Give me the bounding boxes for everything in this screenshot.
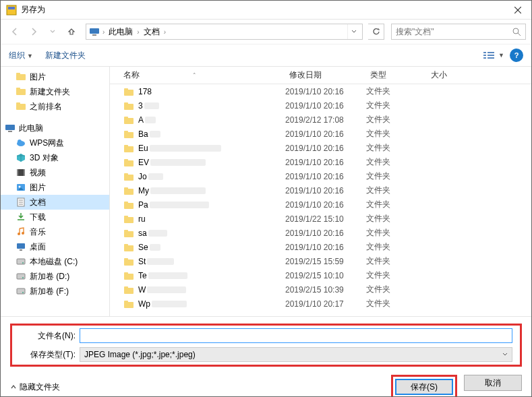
file-row[interactable]: Se 2019/1/10 20:16 文件夹: [110, 240, 531, 254]
file-row[interactable]: St 2019/2/15 15:59 文件夹: [110, 254, 531, 268]
sidebar-item[interactable]: 新加卷 (F:): [1, 284, 109, 299]
help-button[interactable]: ?: [510, 49, 523, 62]
folder-icon: [123, 228, 134, 238]
new-folder-button[interactable]: 新建文件夹: [45, 50, 86, 61]
redacted-text: [148, 173, 163, 180]
col-date-header[interactable]: 修改日期: [289, 69, 370, 81]
search-box[interactable]: [391, 24, 526, 40]
desktop-icon: [16, 241, 26, 252]
forward-button[interactable]: [25, 24, 42, 40]
filename-input[interactable]: [80, 328, 512, 343]
address-bar[interactable]: › 此电脑 › 文档 ›: [86, 24, 363, 40]
redacted-text: [150, 131, 160, 138]
sidebar-item[interactable]: 图片: [1, 69, 109, 84]
save-form: 文件名(N): 保存类型(T): JPEG Image (*.jpg;*.jpe…: [1, 316, 531, 369]
svg-rect-9: [487, 52, 494, 53]
svg-rect-21: [8, 131, 12, 132]
svg-rect-56: [124, 175, 134, 181]
col-name-header[interactable]: 名称˄: [123, 69, 289, 81]
video-icon: [16, 167, 26, 178]
sidebar-item[interactable]: 3D 对象: [1, 150, 109, 165]
svg-rect-53: [124, 145, 128, 147]
file-row[interactable]: 3 2019/1/10 20:16 文件夹: [110, 98, 531, 113]
file-row[interactable]: Te 2019/2/15 10:10 文件夹: [110, 268, 531, 282]
file-row[interactable]: Ba 2019/1/10 20:16 文件夹: [110, 127, 531, 141]
svg-rect-74: [124, 302, 134, 308]
svg-rect-63: [124, 216, 128, 218]
save-button[interactable]: 保存(S): [395, 379, 453, 395]
organize-menu[interactable]: 组织▼: [9, 50, 33, 61]
breadcrumb-current[interactable]: 文档: [142, 26, 161, 38]
file-row[interactable]: Pa 2019/1/10 20:16 文件夹: [110, 197, 531, 212]
disk-icon: [16, 256, 26, 267]
sidebar-item[interactable]: 新加卷 (D:): [1, 269, 109, 284]
file-row[interactable]: My 2019/1/10 20:16 文件夹: [110, 183, 531, 197]
file-row[interactable]: 178 2019/1/10 20:16 文件夹: [110, 84, 531, 98]
svg-point-6: [513, 28, 519, 34]
svg-rect-42: [17, 288, 25, 294]
sort-asc-icon: ˄: [193, 72, 196, 79]
sidebar-thispc[interactable]: 此电脑: [1, 121, 109, 135]
redacted-text: [147, 258, 174, 265]
svg-rect-50: [124, 132, 134, 138]
svg-rect-46: [124, 104, 134, 110]
file-row[interactable]: A 2019/2/12 17:08 文件夹: [110, 113, 531, 127]
close-button[interactable]: [504, 1, 531, 20]
folder-icon: [123, 243, 134, 252]
file-row[interactable]: W 2019/2/15 10:39 文件夹: [110, 282, 531, 297]
col-size-header[interactable]: 大小: [431, 69, 485, 81]
search-icon[interactable]: [512, 28, 521, 36]
folder-icon: [123, 285, 134, 295]
folder-icon: [123, 186, 134, 195]
svg-rect-19: [16, 102, 20, 104]
file-row[interactable]: ru 2019/1/22 15:10 文件夹: [110, 212, 531, 226]
sidebar-item[interactable]: 下载: [1, 210, 109, 224]
svg-rect-58: [124, 189, 134, 195]
back-button[interactable]: [6, 24, 24, 40]
svg-point-43: [22, 292, 24, 293]
sidebar-item[interactable]: 文档: [1, 195, 109, 210]
view-mode-button[interactable]: ▼: [483, 51, 504, 60]
chevron-up-icon: [10, 384, 17, 390]
sidebar-item[interactable]: 本地磁盘 (C:): [1, 254, 109, 269]
pc-icon: [5, 123, 16, 133]
address-dropdown[interactable]: [347, 24, 359, 39]
sidebar-item[interactable]: 视频: [1, 165, 109, 180]
folder-icon: [16, 101, 26, 112]
sidebar-item[interactable]: WPS网盘: [1, 135, 109, 150]
folder-icon: [123, 158, 134, 167]
svg-rect-72: [124, 288, 134, 294]
file-row[interactable]: Wp 2019/1/10 20:17 文件夹: [110, 297, 531, 311]
svg-rect-5: [92, 34, 96, 36]
sidebar-item[interactable]: 之前排名: [1, 99, 109, 114]
svg-rect-52: [124, 146, 134, 152]
chevron-down-icon: [502, 352, 508, 357]
file-row[interactable]: EV 2019/1/10 20:16 文件夹: [110, 155, 531, 169]
pc-icon: [89, 27, 100, 36]
filetype-select[interactable]: JPEG Image (*.jpg;*.jpe;*.jpeg): [80, 347, 512, 362]
svg-rect-60: [124, 203, 134, 209]
file-row[interactable]: sa 2019/1/10 20:16 文件夹: [110, 226, 531, 240]
svg-rect-70: [124, 274, 134, 280]
refresh-button[interactable]: [368, 24, 384, 40]
svg-rect-75: [124, 301, 128, 303]
svg-rect-69: [124, 258, 128, 260]
recent-dropdown[interactable]: [44, 24, 61, 40]
col-type-header[interactable]: 类型: [370, 69, 431, 81]
sidebar-item[interactable]: 图片: [1, 180, 109, 195]
hide-folders-toggle[interactable]: 隐藏文件夹: [10, 381, 60, 393]
disk-icon: [16, 286, 26, 297]
sidebar-item[interactable]: 新建文件夹: [1, 84, 109, 99]
up-button[interactable]: [63, 24, 80, 40]
svg-rect-40: [17, 274, 25, 279]
search-input[interactable]: [396, 27, 512, 36]
svg-rect-51: [124, 131, 128, 133]
cancel-button[interactable]: 取消: [464, 375, 522, 391]
file-row[interactable]: Eu 2019/1/10 20:16 文件夹: [110, 141, 531, 155]
breadcrumb-root[interactable]: 此电脑: [107, 26, 134, 38]
sidebar-item[interactable]: 音乐: [1, 224, 109, 239]
svg-rect-26: [24, 169, 25, 176]
sidebar-item[interactable]: 桌面: [1, 239, 109, 254]
file-row[interactable]: Jo 2019/1/10 20:16 文件夹: [110, 169, 531, 183]
disk-icon: [16, 271, 26, 282]
